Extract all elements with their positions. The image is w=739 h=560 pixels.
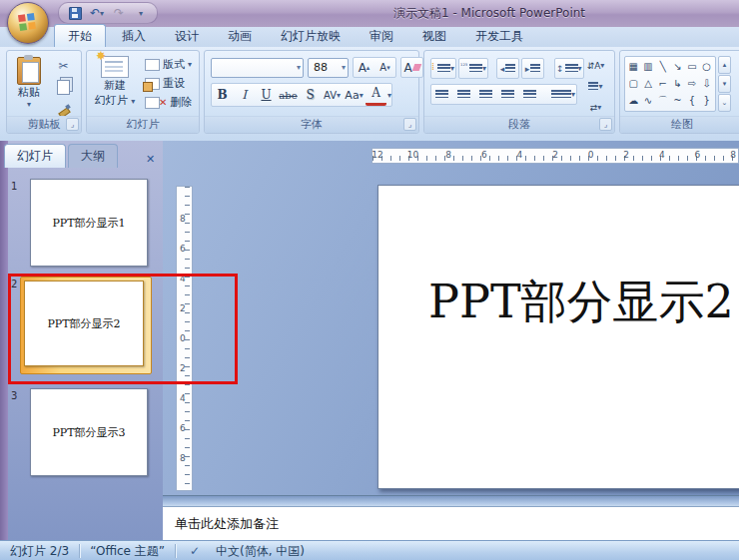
tab-slides[interactable]: 幻灯片 bbox=[4, 144, 66, 168]
elbow-connector-shape-icon[interactable]: ⌐ bbox=[658, 76, 666, 92]
rectangle-shape-icon[interactable]: ▭ bbox=[687, 59, 696, 75]
slide-title-text[interactable]: PPT部分显示2 bbox=[428, 272, 734, 333]
align-right-button[interactable] bbox=[475, 85, 496, 104]
font-size-combobox[interactable]: 88▾ bbox=[308, 58, 349, 78]
ribbon-tab-1[interactable]: 插入 bbox=[109, 25, 159, 47]
undo-icon: ↶ bbox=[90, 6, 100, 20]
new-slide-button[interactable]: 新建 幻灯片 ▾ bbox=[91, 56, 139, 108]
close-panel-button[interactable]: ✕ bbox=[142, 152, 159, 168]
paste-button[interactable]: 粘贴 ▾ bbox=[11, 57, 47, 109]
undo-button[interactable]: ↶▾ bbox=[89, 5, 105, 21]
justify-button[interactable] bbox=[497, 85, 518, 104]
ribbon-tab-0[interactable]: 开始 bbox=[54, 24, 106, 47]
save-button[interactable] bbox=[67, 5, 83, 21]
left-brace-shape-icon[interactable]: { bbox=[689, 93, 695, 109]
slide-thumbnail[interactable]: PPT部分显示2 bbox=[24, 280, 144, 366]
paragraph-dialog-launcher[interactable]: ⌟ bbox=[599, 118, 612, 131]
shrink-font-button[interactable]: A▾ bbox=[374, 58, 395, 77]
strikethrough-button[interactable]: abe bbox=[278, 86, 299, 105]
layout-button[interactable]: 版式▾ bbox=[143, 55, 194, 74]
columns-button[interactable]: ▾ bbox=[550, 85, 576, 104]
slides-group-label: 幻灯片 bbox=[87, 116, 199, 133]
delete-slide-button[interactable]: ✕删除 bbox=[143, 93, 194, 112]
line-spacing-icon: ↕ bbox=[556, 64, 564, 74]
spell-check-icon[interactable]: ✓ bbox=[176, 544, 206, 558]
character-spacing-button[interactable]: AV▾ bbox=[322, 86, 343, 105]
notes-pane[interactable]: 单击此处添加备注 bbox=[163, 506, 739, 540]
slide-thumbnail-row[interactable]: 3PPT部分显示3 bbox=[8, 388, 158, 484]
vertical-text-box-shape-icon[interactable]: ▥ bbox=[643, 59, 652, 75]
cloud-shape-icon[interactable]: ☁ bbox=[628, 93, 638, 109]
h-ruler-number: 12 bbox=[371, 150, 382, 160]
gallery-more-button[interactable]: ⌄ bbox=[718, 94, 731, 112]
arc-shape-icon[interactable]: ⌒ bbox=[658, 93, 668, 109]
slide-thumbnail-row[interactable]: 1PPT部分显示1 bbox=[8, 179, 158, 275]
scribble-shape-icon[interactable]: ∿ bbox=[644, 93, 652, 109]
arrow-shape-icon[interactable]: ↘ bbox=[673, 59, 681, 75]
bullets-icon bbox=[437, 64, 450, 74]
vertical-ruler[interactable]: 864202468 bbox=[176, 186, 193, 491]
text-shadow-button[interactable]: S bbox=[300, 86, 321, 105]
ribbon-tab-4[interactable]: 幻灯片放映 bbox=[268, 25, 354, 47]
convert-smartart-button[interactable]: ⇄▾ bbox=[585, 98, 606, 117]
line-spacing-button[interactable]: ↕▾ bbox=[554, 58, 584, 79]
copy-button[interactable] bbox=[53, 78, 74, 97]
arrange-button[interactable]: 排列 ▾ bbox=[734, 55, 739, 115]
clear-formatting-button[interactable]: A bbox=[400, 57, 423, 78]
elbow-arrow-connector-shape-icon[interactable]: ↳ bbox=[673, 76, 681, 92]
h-ruler-number: 8 bbox=[730, 150, 736, 160]
slide-thumbnail[interactable]: PPT部分显示1 bbox=[30, 179, 148, 267]
slide-canvas[interactable]: PPT部分显示2 bbox=[377, 185, 739, 489]
customize-qat-button[interactable]: ▾ bbox=[133, 5, 149, 21]
reset-button[interactable]: 重设 bbox=[143, 74, 194, 93]
bold-button[interactable]: B bbox=[212, 86, 233, 105]
gallery-scroll-down-button[interactable]: ▾ bbox=[718, 75, 731, 93]
align-center-button[interactable] bbox=[453, 85, 474, 104]
ribbon-tab-3[interactable]: 动画 bbox=[215, 25, 265, 47]
rounded-rectangle-shape-icon[interactable]: ▢ bbox=[629, 76, 638, 92]
ribbon-tab-2[interactable]: 设计 bbox=[162, 25, 212, 47]
slide-thumbnail[interactable]: PPT部分显示3 bbox=[30, 388, 148, 476]
clipboard-dialog-launcher[interactable]: ⌟ bbox=[66, 118, 79, 131]
redo-button[interactable]: ↷ bbox=[111, 5, 127, 21]
line-shape-icon[interactable]: ╲ bbox=[660, 59, 666, 75]
undo-caret-icon: ▾ bbox=[100, 9, 104, 18]
right-arrow-shape-icon[interactable]: ⇨ bbox=[688, 76, 696, 92]
align-text-button[interactable]: ▾ bbox=[585, 77, 606, 96]
theme-name[interactable]: “Office 主题” bbox=[80, 543, 175, 560]
language-indicator[interactable]: 中文(简体, 中国) bbox=[206, 543, 315, 560]
ribbon-tab-5[interactable]: 审阅 bbox=[357, 25, 406, 47]
down-arrow-shape-icon[interactable]: ⇩ bbox=[702, 76, 710, 92]
decrease-indent-button[interactable]: ◂ bbox=[496, 58, 519, 79]
text-direction-button[interactable]: ⇵A▾ bbox=[585, 56, 606, 75]
oval-shape-icon[interactable]: ○ bbox=[702, 59, 711, 75]
gallery-scroll-up-button[interactable]: ▴ bbox=[718, 56, 731, 74]
underline-button[interactable]: U bbox=[256, 86, 277, 105]
shapes-gallery: ▦▥╲↘▭○▢△⌐↳⇨⇩☁∿⌒~{} bbox=[624, 56, 716, 112]
text-box-shape-icon[interactable]: ▦ bbox=[629, 59, 638, 75]
font-name-combobox[interactable]: ▾ bbox=[211, 58, 304, 78]
font-dialog-launcher[interactable]: ⌟ bbox=[403, 118, 416, 131]
horizontal-ruler[interactable]: 1210864202468 bbox=[371, 148, 739, 164]
distributed-button[interactable] bbox=[519, 85, 540, 104]
ribbon-tab-6[interactable]: 视图 bbox=[409, 25, 459, 47]
layout-icon bbox=[145, 59, 160, 71]
increase-indent-button[interactable]: ▸ bbox=[521, 58, 544, 79]
office-button[interactable] bbox=[7, 2, 49, 44]
numbering-button[interactable]: ▾ bbox=[458, 58, 488, 79]
slide-thumbnail-row[interactable]: 2PPT部分显示2 bbox=[8, 277, 158, 372]
font-color-caret-icon[interactable]: ▾ bbox=[387, 91, 391, 100]
triangle-shape-icon[interactable]: △ bbox=[644, 76, 652, 92]
font-color-button[interactable]: A bbox=[366, 84, 386, 106]
align-left-button[interactable] bbox=[431, 85, 452, 104]
change-case-button[interactable]: Aa▾ bbox=[344, 86, 365, 105]
bullets-button[interactable]: ▾ bbox=[430, 58, 456, 79]
ribbon-tab-7[interactable]: 开发工具 bbox=[462, 25, 536, 47]
redo-icon: ↷ bbox=[114, 6, 124, 20]
curve-shape-icon[interactable]: ~ bbox=[673, 93, 681, 109]
italic-button[interactable]: I bbox=[234, 86, 255, 105]
cut-button[interactable]: ✂ bbox=[53, 56, 74, 75]
tab-outline[interactable]: 大纲 bbox=[68, 144, 118, 168]
right-brace-shape-icon[interactable]: } bbox=[703, 93, 709, 109]
grow-font-button[interactable]: A▴ bbox=[354, 58, 374, 77]
